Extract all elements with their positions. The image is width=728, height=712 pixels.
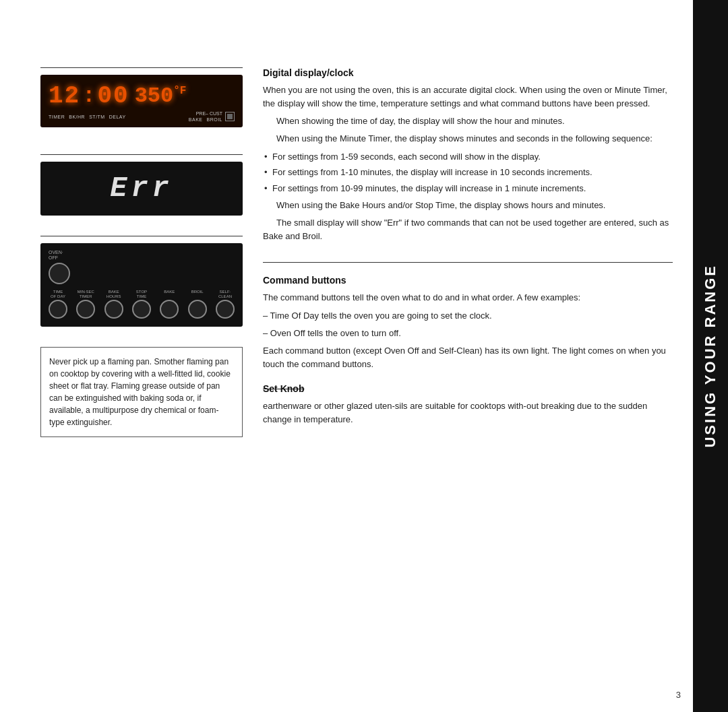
digital-para-2: When showing the time of day, the displa… bbox=[263, 115, 673, 128]
oven-btn-group-stop: STOPTIME bbox=[132, 290, 151, 319]
pre-cust-text: PRE– CUST bbox=[196, 111, 222, 116]
clock-label-sttm: ST/TM bbox=[89, 115, 105, 119]
oven-button-row: TIMEOF DAY MIN·SECTIMER BAKEHOURS S bbox=[49, 290, 235, 319]
bullet-3: For settings from 10-99 minutes, the dis… bbox=[263, 182, 673, 195]
oven-btn-stop[interactable] bbox=[132, 300, 151, 319]
oven-btn-group-bake: BAKE bbox=[160, 290, 179, 319]
oven-btn-selfclean[interactable] bbox=[216, 300, 235, 319]
bullet-1: For settings from 1-59 seconds, each sec… bbox=[263, 150, 673, 164]
set-knob-section: Set Knob earthenware or other glazed ute… bbox=[263, 383, 673, 436]
clock-digits: 12 : 00 350°F bbox=[49, 84, 235, 108]
command-para-2: – Time Of Day tells the oven you are goi… bbox=[263, 309, 673, 323]
oven-btn-group-broil: BROIL bbox=[188, 290, 207, 319]
oven-off-label: OVEN· OFF bbox=[49, 250, 235, 260]
oven-btn-group-selfclean: SELF·CLEAN bbox=[216, 290, 235, 319]
clock-display-wrapper: 12 : 00 350°F TIMER BK/HR ST/TM DELAY bbox=[40, 67, 243, 127]
command-buttons-body: The command buttons tell the oven what t… bbox=[263, 291, 673, 371]
err-text: Err bbox=[110, 172, 173, 205]
oven-btn-time[interactable] bbox=[49, 300, 67, 319]
oven-btn-bakehours[interactable] bbox=[104, 300, 123, 319]
oven-btn-group-time: TIMEOF DAY bbox=[49, 290, 67, 319]
set-knob-para-1: earthenware or other glazed uten-sils ar… bbox=[263, 399, 673, 426]
command-para-4: Each command button (except Oven Off and… bbox=[263, 344, 673, 371]
digital-display-body: When you are not using the oven, this is… bbox=[263, 84, 673, 243]
main-content: 12 : 00 350°F TIMER BK/HR ST/TM DELAY bbox=[0, 0, 693, 712]
clock-label-timer: TIMER bbox=[49, 115, 65, 119]
oven-big-button[interactable] bbox=[49, 263, 70, 284]
set-knob-body: earthenware or other glazed uten-sils ar… bbox=[263, 399, 673, 426]
clock-bottom-row: TIMER BK/HR ST/TM DELAY PRE– CUST BAKE B… bbox=[49, 111, 235, 122]
side-tab: USING YOUR RANGE bbox=[693, 0, 728, 712]
oven-btn-label-time: TIMEOF DAY bbox=[51, 290, 65, 298]
oven-btn-group-minsec: MIN·SECTIMER bbox=[76, 290, 95, 319]
oven-panel: OVEN· OFF TIMEOF DAY MIN·SECTIMER bbox=[40, 243, 243, 327]
digital-display-section: Digital display/clock When you are not u… bbox=[263, 67, 673, 253]
command-para-1: The command buttons tell the oven what t… bbox=[263, 291, 673, 304]
oven-btn-label-stop: STOPTIME bbox=[136, 290, 147, 298]
warning-text: Never pick up a flaming pan. Smother fla… bbox=[49, 356, 234, 428]
command-buttons-section: Command buttons The command buttons tell… bbox=[263, 275, 673, 381]
oven-btn-label-bakehours: BAKEHOURS bbox=[107, 290, 121, 298]
side-tab-text: USING YOUR RANGE bbox=[702, 264, 719, 448]
digital-para-5: The small display will show "Err" if two… bbox=[263, 216, 673, 243]
warning-box: Never pick up a flaming pan. Smother fla… bbox=[40, 347, 243, 437]
right-column: Digital display/clock When you are not u… bbox=[263, 27, 673, 692]
digital-para-1: When you are not using the oven, this is… bbox=[263, 84, 673, 110]
command-buttons-title: Command buttons bbox=[263, 275, 673, 286]
digital-display-title: Digital display/clock bbox=[263, 67, 673, 78]
bullet-2: For settings from 1-10 minutes, the disp… bbox=[263, 166, 673, 179]
digital-para-4: When using the Bake Hours and/or Stop Ti… bbox=[263, 199, 673, 212]
oven-btn-group-bakehours: BAKEHOURS bbox=[104, 290, 123, 319]
clock-colon-1: : bbox=[82, 86, 95, 107]
err-display: Err bbox=[40, 162, 243, 216]
pre-cust-box: PRE– CUST BAKE BROIL bbox=[189, 111, 235, 122]
clock-digit-00: 00 bbox=[97, 84, 129, 108]
err-display-wrapper: Err bbox=[40, 154, 243, 216]
oven-btn-label-minsec: MIN·SECTIMER bbox=[78, 290, 94, 298]
section-divider-1 bbox=[263, 262, 673, 263]
clock-labels-row: TIMER BK/HR ST/TM DELAY bbox=[49, 115, 126, 119]
digital-para-3: When using the Minute Timer, the display… bbox=[263, 132, 673, 145]
oven-btn-label-broil: BROIL bbox=[191, 290, 204, 298]
oven-btn-label-selfclean: SELF·CLEAN bbox=[218, 290, 232, 298]
pre-cust-inner bbox=[227, 114, 233, 119]
page-number: 3 bbox=[676, 690, 681, 700]
command-para-3: – Oven Off tells the oven to turn off. bbox=[263, 327, 673, 340]
oven-btn-label-bake: BAKE bbox=[164, 290, 175, 298]
page-container: 12 : 00 350°F TIMER BK/HR ST/TM DELAY bbox=[0, 0, 728, 712]
set-knob-title: Set Knob bbox=[263, 383, 673, 394]
clock-display: 12 : 00 350°F TIMER BK/HR ST/TM DELAY bbox=[40, 75, 243, 127]
clock-label-bkhr: BK/HR bbox=[69, 115, 85, 119]
left-column: 12 : 00 350°F TIMER BK/HR ST/TM DELAY bbox=[40, 27, 243, 692]
clock-label-delay: DELAY bbox=[109, 115, 126, 119]
clock-digit-12: 12 bbox=[49, 84, 80, 108]
oven-btn-minsec[interactable] bbox=[76, 300, 95, 319]
oven-btn-broil[interactable] bbox=[188, 300, 207, 319]
clock-label-bake2: BAKE bbox=[189, 117, 203, 122]
clock-unit: °F bbox=[173, 85, 186, 97]
clock-label-broil: BROIL bbox=[206, 117, 222, 122]
clock-temp: 350°F bbox=[135, 86, 187, 107]
digital-bullet-list: For settings from 1-59 seconds, each sec… bbox=[263, 150, 673, 195]
oven-btn-bake[interactable] bbox=[160, 300, 179, 319]
pre-cust-square bbox=[225, 112, 235, 121]
oven-panel-wrapper: OVEN· OFF TIMEOF DAY MIN·SECTIMER bbox=[40, 236, 243, 327]
